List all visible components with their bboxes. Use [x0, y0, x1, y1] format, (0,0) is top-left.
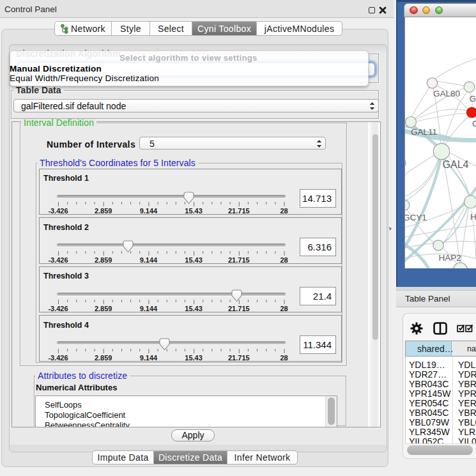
- svg-text:GCY1: GCY1: [405, 213, 427, 222]
- svg-text:GAL80: GAL80: [433, 89, 460, 98]
- svg-text:HI: HI: [470, 212, 476, 222]
- svg-text:GAL11: GAL11: [411, 127, 437, 137]
- svg-text:GA: GA: [470, 94, 476, 104]
- svg-text:GAL4: GAL4: [443, 159, 469, 170]
- svg-text:HAP2: HAP2: [438, 253, 461, 263]
- svg-text:C: C: [472, 119, 476, 128]
